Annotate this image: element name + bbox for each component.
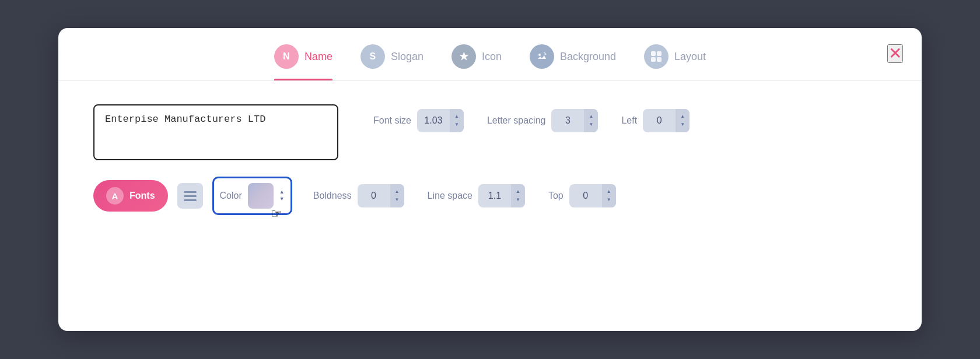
tab-name[interactable]: N Name — [274, 44, 332, 80]
fonts-button-label: Fonts — [130, 191, 155, 201]
font-size-up[interactable]: ▲ — [450, 112, 464, 121]
tab-slogan[interactable]: S Slogan — [360, 44, 424, 80]
letter-spacing-up[interactable]: ▲ — [584, 112, 598, 121]
menu-line-3 — [184, 199, 197, 201]
line-space-stepper[interactable]: 1.1 ▲ ▼ — [478, 184, 525, 207]
fonts-button[interactable]: A Fonts — [93, 180, 168, 212]
letter-spacing-stepper[interactable]: 3 ▲ ▼ — [551, 109, 598, 132]
top-arrows[interactable]: ▲ ▼ — [602, 184, 616, 207]
boldness-down[interactable]: ▼ — [390, 196, 404, 204]
font-size-arrows[interactable]: ▲ ▼ — [450, 109, 464, 132]
color-picker[interactable]: Color ▲ ▼ ☞ — [212, 177, 292, 215]
top-up[interactable]: ▲ — [602, 188, 616, 196]
left-label: Left — [621, 115, 637, 126]
menu-line-1 — [184, 191, 197, 193]
font-size-group: Font size 1.03 ▲ ▼ — [373, 109, 464, 132]
tab-background-icon — [530, 44, 554, 69]
boldness-up[interactable]: ▲ — [390, 188, 404, 196]
tab-layout-icon — [644, 44, 668, 69]
color-arrows[interactable]: ▲ ▼ — [279, 189, 285, 202]
font-size-label: Font size — [373, 115, 411, 126]
content-area: Font size 1.03 ▲ ▼ Letter spacing 3 — [58, 104, 922, 215]
line-space-up[interactable]: ▲ — [511, 188, 525, 196]
text-input-wrapper — [93, 104, 338, 160]
left-arrows[interactable]: ▲ ▼ — [676, 109, 690, 132]
tab-bar: N Name S Slogan ★ Icon — [58, 28, 922, 81]
left-up[interactable]: ▲ — [676, 112, 690, 121]
svg-point-0 — [538, 54, 541, 56]
left-down[interactable]: ▼ — [676, 121, 690, 129]
tab-name-icon: N — [274, 44, 299, 69]
menu-line-2 — [184, 195, 197, 197]
font-size-down[interactable]: ▼ — [450, 121, 464, 129]
svg-rect-3 — [651, 57, 656, 62]
left-value: 0 — [643, 111, 676, 131]
boldness-value: 0 — [358, 186, 390, 206]
tab-slogan-label: Slogan — [391, 51, 424, 63]
letter-spacing-arrows[interactable]: ▲ ▼ — [584, 109, 598, 132]
tab-background[interactable]: Background — [530, 44, 616, 80]
tab-icon-icon: ★ — [452, 44, 476, 69]
svg-rect-2 — [657, 51, 662, 56]
cursor-icon: ☞ — [271, 206, 282, 221]
top-stepper[interactable]: 0 ▲ ▼ — [569, 184, 616, 207]
svg-rect-4 — [657, 57, 662, 62]
boldness-stepper[interactable]: 0 ▲ ▼ — [358, 184, 404, 207]
tab-layout-label: Layout — [674, 51, 706, 63]
tab-layout[interactable]: Layout — [644, 44, 706, 80]
top-value: 0 — [569, 186, 602, 206]
menu-button[interactable] — [177, 183, 203, 209]
svg-rect-1 — [651, 51, 656, 56]
boldness-arrows[interactable]: ▲ ▼ — [390, 184, 404, 207]
left-stepper[interactable]: 0 ▲ ▼ — [643, 109, 690, 132]
line-space-arrows[interactable]: ▲ ▼ — [511, 184, 525, 207]
tab-background-label: Background — [560, 51, 616, 63]
bottom-controls: Boldness 0 ▲ ▼ Line space 1.1 — [313, 184, 887, 207]
left-group: Left 0 ▲ ▼ — [621, 109, 690, 132]
modal-panel: N Name S Slogan ★ Icon — [58, 28, 922, 331]
top-row: Font size 1.03 ▲ ▼ Letter spacing 3 — [93, 104, 887, 160]
fonts-button-icon: A — [106, 187, 124, 205]
boldness-group: Boldness 0 ▲ ▼ — [313, 184, 404, 207]
letter-spacing-down[interactable]: ▼ — [584, 121, 598, 129]
bottom-row: A Fonts Color ▲ ▼ ☞ Bo — [93, 177, 887, 215]
boldness-label: Boldness — [313, 191, 352, 201]
top-down[interactable]: ▼ — [602, 196, 616, 204]
color-down[interactable]: ▼ — [279, 196, 285, 202]
line-space-down[interactable]: ▼ — [511, 196, 525, 204]
letter-spacing-group: Letter spacing 3 ▲ ▼ — [487, 109, 598, 132]
tab-icon-label: Icon — [482, 51, 502, 63]
close-button[interactable]: ✕ — [887, 44, 903, 63]
tab-icon[interactable]: ★ Icon — [452, 44, 502, 80]
name-input[interactable] — [105, 114, 327, 149]
letter-spacing-label: Letter spacing — [487, 115, 546, 126]
color-swatch — [248, 183, 274, 209]
controls-right: Font size 1.03 ▲ ▼ Letter spacing 3 — [373, 104, 887, 132]
font-size-stepper[interactable]: 1.03 ▲ ▼ — [417, 109, 464, 132]
font-size-value: 1.03 — [417, 111, 450, 131]
tab-name-label: Name — [304, 51, 332, 63]
line-space-value: 1.1 — [478, 186, 511, 206]
line-space-label: Line space — [428, 191, 473, 201]
color-up[interactable]: ▲ — [279, 189, 285, 195]
line-space-group: Line space 1.1 ▲ ▼ — [428, 184, 525, 207]
color-label: Color — [220, 191, 242, 201]
letter-spacing-value: 3 — [551, 111, 584, 131]
tab-slogan-icon: S — [360, 44, 385, 69]
top-label: Top — [548, 191, 564, 201]
top-group: Top 0 ▲ ▼ — [548, 184, 616, 207]
